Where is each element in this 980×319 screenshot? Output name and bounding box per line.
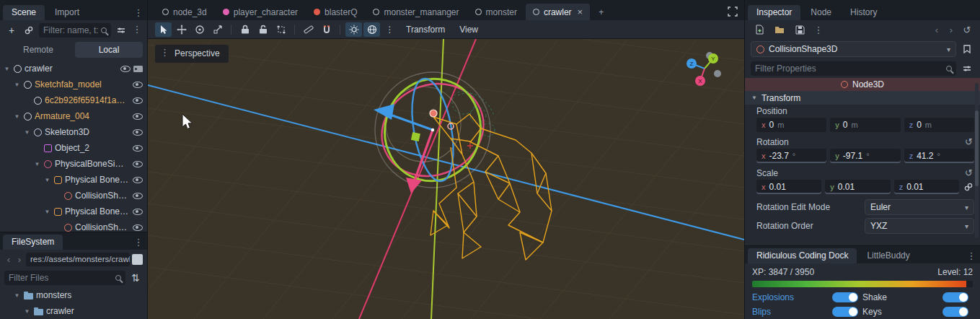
preview-sunlight-icon[interactable] xyxy=(345,22,362,37)
object-selector[interactable]: CollisionShape3D ▾ xyxy=(751,41,956,57)
folder-row[interactable]: ▼ monsters xyxy=(0,287,147,303)
explosions-toggle[interactable] xyxy=(832,292,858,302)
visibility-eye-icon[interactable] xyxy=(133,209,143,215)
filesystem-menu-icon[interactable]: ⋮ xyxy=(133,237,144,250)
viewport-menu-icon[interactable]: ⋮ xyxy=(160,47,169,60)
group-icon[interactable] xyxy=(273,22,289,37)
visibility-eye-icon[interactable] xyxy=(133,177,143,183)
tab-local[interactable]: Local xyxy=(75,42,143,58)
expand-icon[interactable]: ▼ xyxy=(13,292,21,299)
visibility-eye-icon[interactable] xyxy=(120,66,131,72)
scene-tab-monster[interactable]: monster xyxy=(468,4,524,20)
blips-toggle[interactable] xyxy=(832,307,858,317)
tree-row[interactable]: ▼ crawler xyxy=(0,61,147,77)
rotation-y-field[interactable]: y -97.1 ° xyxy=(830,149,900,163)
scene-tab-blasterq[interactable]: blasterQ xyxy=(306,4,364,20)
unlock-icon[interactable] xyxy=(255,22,271,37)
link-scale-icon[interactable] xyxy=(963,183,974,191)
preview-environment-icon[interactable] xyxy=(363,22,380,37)
scene-filter-input[interactable] xyxy=(43,25,98,35)
pin-icon[interactable] xyxy=(960,42,974,56)
rotation-edit-mode-select[interactable]: Euler ▾ xyxy=(865,199,974,215)
tree-row[interactable]: CollisionShape3D xyxy=(0,219,147,232)
tab-node[interactable]: Node xyxy=(802,5,840,20)
tree-row[interactable]: ▼ Armature_004 xyxy=(0,108,147,124)
scale-x-field[interactable]: x 0.01 xyxy=(756,180,821,194)
visibility-eye-icon[interactable] xyxy=(133,97,143,104)
scene-tab-crawler[interactable]: crawler × xyxy=(526,4,590,20)
nav-back-icon[interactable]: ‹ xyxy=(4,254,13,265)
shake-toggle[interactable] xyxy=(943,292,968,302)
tree-row[interactable]: ▼ Physical Bone mixa... xyxy=(0,204,147,219)
close-tab-icon[interactable]: × xyxy=(578,6,583,17)
revert-rotation-icon[interactable]: ↺ xyxy=(965,136,973,147)
tree-row[interactable]: CollisionShape3D xyxy=(0,188,147,204)
keys-toggle[interactable] xyxy=(943,307,968,317)
tree-row[interactable]: ▼ Skeleton3D xyxy=(0,124,147,140)
scene-tab-player-character[interactable]: player_character xyxy=(216,4,305,20)
tab-filesystem[interactable]: FileSystem xyxy=(3,235,63,250)
tab-littlebuddy[interactable]: LittleBuddy xyxy=(858,248,918,263)
transform-menu[interactable]: Transform xyxy=(399,25,451,35)
file-filter-input[interactable] xyxy=(9,273,112,283)
tree-row[interactable]: Object_2 xyxy=(0,140,147,156)
visibility-eye-icon[interactable] xyxy=(133,82,143,88)
tree-row[interactable]: ▼ Sketchfab_model xyxy=(0,77,147,92)
tab-import[interactable]: Import xyxy=(46,5,88,20)
dock-menu-icon[interactable]: ⋮ xyxy=(133,7,144,20)
history-list-icon[interactable]: ↺ xyxy=(961,25,973,35)
tab-scene[interactable]: Scene xyxy=(3,5,45,20)
select-tool-button[interactable] xyxy=(155,22,172,37)
visibility-eye-icon[interactable] xyxy=(133,224,143,231)
scene-tab-node3d[interactable]: node_3d xyxy=(155,4,214,20)
perspective-menu[interactable]: ⋮ Perspective xyxy=(155,45,229,63)
visibility-eye-icon[interactable] xyxy=(133,113,143,120)
resource-menu-icon[interactable]: ⋮ xyxy=(813,25,824,35)
tree-row[interactable]: 6c2b926f65914f1a8267... xyxy=(0,92,147,108)
rotation-order-select[interactable]: YXZ ▾ xyxy=(865,218,974,234)
visibility-eye-icon[interactable] xyxy=(133,161,143,167)
current-path[interactable]: res://assets/monsters/crawl xyxy=(26,253,130,266)
snap-magnet-icon[interactable] xyxy=(318,22,335,37)
tab-ridiculous-coding-dock[interactable]: Ridiculous Coding Dock xyxy=(748,248,857,263)
history-back-icon[interactable]: ‹ xyxy=(932,25,941,35)
expand-icon[interactable]: ▼ xyxy=(23,308,31,315)
position-z-field[interactable]: z 0 m xyxy=(904,118,974,132)
filter-options-icon[interactable] xyxy=(114,23,128,38)
ruler-icon[interactable] xyxy=(300,22,317,37)
property-filter-input[interactable] xyxy=(755,64,943,74)
instance-scene-button[interactable] xyxy=(22,23,36,38)
save-resource-icon[interactable] xyxy=(793,22,807,37)
position-y-field[interactable]: y 0 m xyxy=(830,118,900,132)
expand-icon[interactable]: ▼ xyxy=(43,177,51,183)
move-tool-button[interactable] xyxy=(173,22,190,37)
tree-row[interactable]: ▼ Physical Bone mixa... xyxy=(0,172,147,188)
expand-icon[interactable]: ▼ xyxy=(33,161,41,167)
scene-tree-menu-icon[interactable]: ⋮ xyxy=(131,24,143,37)
nav-forward-icon[interactable]: › xyxy=(15,254,24,265)
add-node-button[interactable]: + xyxy=(4,23,19,38)
expand-icon[interactable]: ▼ xyxy=(23,129,31,136)
expand-icon[interactable]: ▼ xyxy=(13,82,21,88)
view-menu[interactable]: View xyxy=(453,25,485,35)
tab-remote[interactable]: Remote xyxy=(4,42,72,58)
preview-menu-icon[interactable]: ⋮ xyxy=(381,22,398,37)
expand-icon[interactable]: ▼ xyxy=(3,66,11,72)
expand-icon[interactable]: ▼ xyxy=(43,209,51,215)
rotation-x-field[interactable]: x -23.7 ° xyxy=(756,149,826,163)
expand-icon[interactable]: ▼ xyxy=(13,113,21,120)
tab-history[interactable]: History xyxy=(842,5,886,20)
coding-dock-menu-icon[interactable]: ⋮ xyxy=(966,250,977,263)
tree-row[interactable]: ▼ PhysicalBoneSimulat... xyxy=(0,156,147,172)
toggle-split-mode-button[interactable] xyxy=(132,254,143,265)
inspector-scrollbar[interactable] xyxy=(975,83,979,238)
scale-z-field[interactable]: z 0.01 xyxy=(894,180,959,194)
new-resource-icon[interactable] xyxy=(752,22,767,37)
scale-tool-button[interactable] xyxy=(209,22,226,37)
category-node3d[interactable]: Node3D xyxy=(745,78,980,91)
cinema-camera-icon[interactable] xyxy=(133,66,143,72)
position-x-field[interactable]: x 0 m xyxy=(756,118,826,132)
rotation-z-field[interactable]: z 41.2 ° xyxy=(904,149,974,163)
property-options-icon[interactable] xyxy=(960,61,974,76)
visibility-eye-icon[interactable] xyxy=(133,145,143,152)
